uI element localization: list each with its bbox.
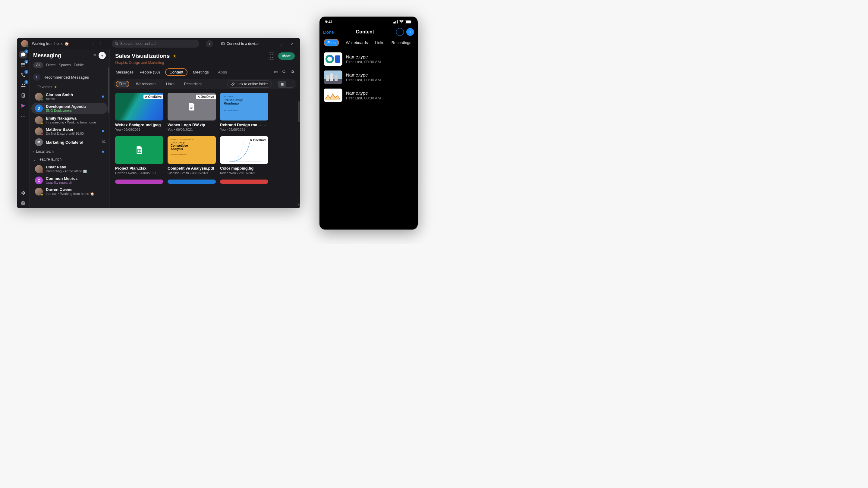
add-button[interactable]: + [206,40,213,47]
add-button[interactable]: + [406,28,414,36]
svg-rect-38 [335,75,338,81]
file-meta: You • 09/09/2021 [167,128,216,131]
mobile-tab-whiteboards[interactable]: Whiteboards [345,39,368,46]
done-button[interactable]: Done [323,30,334,35]
close-button[interactable]: ✕ [288,42,296,46]
filter-direct[interactable]: Direct [46,63,56,67]
section-local-team[interactable]: › Local team [30,148,110,156]
svg-point-8 [22,84,23,85]
calendar-badge: 1 [24,60,28,64]
link-icon [231,82,235,86]
expand-button[interactable]: ⛶ [268,53,275,60]
file-card-peek[interactable] [167,180,216,184]
contact-item[interactable]: Umar PatelPresenting • At the office 🏢 [30,163,110,175]
onedrive-badge: ✕ OneDrive [196,95,216,99]
search-input[interactable]: Search, meet, and call [112,40,199,47]
mobile-tab-recordings[interactable]: Recordings [391,39,412,46]
file-card-peek[interactable] [115,180,163,184]
file-card[interactable]: ✕ OneDriveWebex-Logo-BW.zipYou • 09/09/2… [167,93,216,131]
mobile-tab-links[interactable]: Links [374,39,384,46]
tab-messages[interactable]: Messages [115,69,134,76]
contact-item[interactable]: MMarketing Collateral [30,137,110,148]
contact-avatar [35,116,43,124]
contact-item[interactable]: Matthew BakerDo Not Disturb until 16:00 [30,126,110,137]
rail-contacts[interactable] [19,92,27,99]
section-favorites[interactable]: ⌄ Favorites ★ [30,83,110,91]
tab-content[interactable]: Content [165,68,187,76]
new-message-button[interactable]: + [98,52,106,59]
tab-people[interactable]: People (30) [139,69,160,76]
titlebar: Working from home 🏠 〈 〉 Search, meet, an… [17,38,300,50]
file-card[interactable]: BRANDINGRebrand DesignRoadmapJoin the ad… [220,93,268,131]
calls-badge: 1 [24,70,28,74]
connect-device-button[interactable]: Connect to a device [221,41,258,46]
subtab-links[interactable]: Links [163,81,178,87]
tab-meetings[interactable]: Meetings [192,69,210,76]
svg-rect-30 [412,21,412,22]
wifi-icon [399,20,404,24]
svg-point-11 [23,95,24,96]
contact-item[interactable]: Clarissa SmithActive [30,91,110,102]
help-icon[interactable]: ? [19,199,27,207]
contact-name: Emily Nakagawa [46,116,106,121]
subtab-files[interactable]: Files [116,81,129,87]
rail-calls[interactable]: 1 [19,71,27,79]
mobile-file-row[interactable]: Name.typeFirst Last, 00:00 AM [322,86,415,104]
grid-view-icon[interactable]: ▦ [278,81,286,87]
svg-text:?: ? [22,202,24,205]
scrollbar[interactable] [108,67,110,113]
list-view-icon[interactable]: ☰ [286,81,294,87]
contact-item[interactable]: DDevelopment AgendaENG Deployment [31,103,107,114]
filter-all[interactable]: All [33,62,43,68]
user-avatar[interactable] [21,40,28,47]
pin-icon[interactable] [274,70,278,75]
rail-chat[interactable]: 5 [19,51,27,59]
svg-point-0 [115,42,117,44]
nav-forward-icon[interactable]: 〉 [98,40,105,47]
svg-rect-26 [396,21,396,24]
rail-calendar[interactable]: 1 [19,61,27,69]
mobile-file-row[interactable]: Name.typeFirst Last, 00:00 AM [322,68,415,86]
favorite-star-icon[interactable]: ★ [173,54,177,59]
file-card[interactable]: ✕ OneDriveColor mapping.figKevin Woo • 2… [220,136,268,175]
svg-rect-36 [326,75,329,81]
link-folder-label: Link to online folder [237,82,268,86]
scrollbar-end[interactable] [298,203,300,206]
tab-apps[interactable]: + Apps [214,69,227,76]
subtab-recordings[interactable]: Recordings [181,81,206,87]
filter-spaces[interactable]: Spaces [59,63,71,67]
nav-back-icon[interactable]: 〈 [88,40,96,47]
svg-line-1 [117,44,118,45]
section-feature-launch[interactable]: ⌄ Feature launch [30,156,110,163]
mobile-file-name: Name.type [346,90,381,96]
rail-vidcast[interactable] [19,102,27,110]
file-card[interactable]: PRODUCT DEVELOPMENTUX/UI DesignCompetiti… [167,136,216,175]
file-card-peek[interactable] [220,180,268,184]
more-button[interactable]: ⋯ [396,28,404,36]
scrollbar[interactable] [298,101,300,122]
minimize-button[interactable]: — [265,42,273,45]
contact-item[interactable]: CCommon MetricsUsability research [30,175,110,186]
file-meta: You • 09/09/2021 [115,128,163,131]
mobile-tab-files[interactable]: Files [324,39,339,46]
rail-teams[interactable]: 1 [19,82,27,89]
file-card[interactable]: ✕ OneDriveWebex Background.jpegYou • 09/… [115,93,163,131]
contact-item[interactable]: Darren OwensIn a call • Working from hom… [30,186,110,197]
presence-status[interactable]: Working from home 🏠 [32,41,69,46]
link-online-folder-button[interactable]: Link to online folder [227,80,272,88]
rail-more[interactable]: ⋯ [19,112,27,120]
subtab-whiteboards[interactable]: Whiteboards [133,81,159,87]
maximize-button[interactable]: ▢ [277,42,285,46]
search-in-space-icon[interactable] [282,70,286,75]
mobile-file-row[interactable]: Name.typeFirst Last, 00:00 AM [322,50,415,68]
contact-item[interactable]: Emily NakagawaIn a meeting • Working fro… [30,115,110,126]
settings-icon[interactable] [19,189,27,197]
filter-public[interactable]: Public [74,63,84,67]
space-settings-icon[interactable] [290,70,295,75]
contact-status: ENG Deployment [46,109,104,112]
file-card[interactable]: Project Plan.xlsxDarren Owens • 20/08/20… [115,136,163,175]
recommended-messages[interactable]: Recommended Messages [30,71,110,83]
signal-icon [393,20,398,24]
filter-icon[interactable]: ≡ [93,53,96,58]
meet-button[interactable]: Meet [278,53,295,60]
